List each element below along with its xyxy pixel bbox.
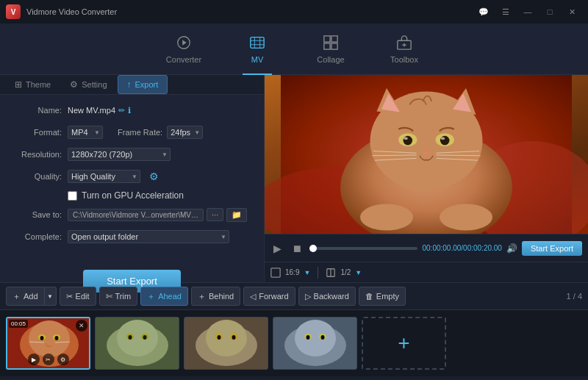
gpu-label: Turn on GPU Acceleration [82, 190, 184, 201]
left-panel: ⊞ Theme ⚙ Setting ↑ Export Name: New MV.… [0, 75, 265, 282]
resolution-select[interactable]: 1280x720 (720p)1920x1080 (1080p) [68, 148, 171, 161]
play-button[interactable]: ▶ [270, 241, 284, 256]
thumbnail-1[interactable]: 00:05 ✕ ▶ ✂ ⚙ [6, 317, 90, 370]
svg-rect-3 [324, 35, 330, 41]
behind-button[interactable]: ＋ Behind [191, 287, 240, 306]
quality-row: Quality: High QualityMedium Quality ⚙ [9, 168, 255, 184]
progress-bar[interactable] [309, 247, 417, 250]
time-display: 00:00:00.00/00:00:20.00 [422, 244, 501, 252]
thumb-1-settings-icon[interactable]: ⚙ [57, 354, 69, 365]
scale-icon [326, 268, 336, 278]
sub-tab-export-label: Export [135, 80, 159, 89]
tab-toolbox[interactable]: Toolbox [368, 24, 441, 75]
sub-tab-export[interactable]: ↑ Export [118, 75, 168, 94]
minimize-button[interactable]: — [517, 4, 538, 19]
tab-converter[interactable]: Converter [147, 24, 220, 75]
quality-select[interactable]: High QualityMedium Quality [68, 170, 140, 183]
backward-icon: ▷ [305, 292, 311, 301]
quality-settings-icon[interactable]: ⚙ [149, 171, 159, 182]
thumbnail-3[interactable] [184, 317, 268, 370]
svg-point-33 [440, 204, 492, 231]
sub-tab-setting[interactable]: ⚙ Setting [61, 75, 115, 94]
trim-button[interactable]: ✄ Trim [99, 287, 138, 306]
svg-point-58 [218, 335, 221, 340]
menu-button[interactable]: ☰ [495, 4, 516, 19]
thumbnail-4[interactable] [273, 317, 357, 370]
app-title: Vidmore Video Converter [26, 7, 117, 16]
maximize-button[interactable]: □ [539, 4, 560, 19]
sub-tab-theme[interactable]: ⊞ Theme [6, 75, 60, 94]
format-label: Format: [9, 128, 62, 137]
complete-select[interactable]: Open output folderDo nothing [68, 230, 229, 243]
close-button[interactable]: ✕ [562, 4, 582, 19]
sub-tabs: ⊞ Theme ⚙ Setting ↑ Export [0, 75, 264, 95]
complete-label: Complete: [9, 232, 62, 241]
edit-name-icon[interactable]: ✏ [118, 106, 125, 115]
toolbox-icon [396, 35, 412, 51]
frame-rate-label: Frame Rate: [118, 128, 162, 137]
svg-point-62 [295, 320, 336, 356]
chat-button[interactable]: 💬 [473, 4, 494, 19]
name-row: Name: New MV.mp4 ✏ ℹ [9, 102, 255, 118]
add-button[interactable]: ＋ Add [6, 287, 45, 306]
volume-icon[interactable]: 🔊 [506, 243, 517, 254]
stop-button[interactable]: ⏹ [289, 241, 305, 256]
tab-mv[interactable]: MV [220, 24, 294, 75]
svg-point-52 [143, 335, 147, 340]
tab-collage[interactable]: Collage [294, 24, 368, 75]
video-preview [265, 75, 588, 234]
svg-rect-4 [331, 35, 337, 41]
thumb-1-play-icon[interactable]: ▶ [28, 354, 40, 365]
mv-icon [249, 35, 265, 51]
name-value: New MV.mp4 ✏ ℹ [68, 106, 131, 115]
forward-icon: ◁ [250, 292, 256, 301]
thumb-cat-3 [184, 318, 268, 370]
svg-point-24 [441, 137, 445, 140]
open-folder-button[interactable]: 📁 [226, 208, 247, 222]
scale-value[interactable]: 1/2 [340, 268, 351, 276]
complete-select-wrapper: Open output folderDo nothing [68, 230, 229, 243]
svg-point-32 [360, 204, 413, 231]
theme-icon: ⊞ [15, 79, 22, 90]
scale-chevron-icon[interactable]: ▼ [355, 269, 362, 276]
ahead-button[interactable]: ＋ Ahead [140, 287, 188, 306]
svg-rect-6 [331, 43, 337, 49]
sub-tab-theme-label: Theme [26, 80, 51, 89]
browse-dots-button[interactable]: ··· [207, 208, 223, 221]
frame-rate-select[interactable]: 24fps30fps60fps [167, 126, 203, 139]
thumb-1-cut-icon[interactable]: ✂ [43, 354, 54, 365]
thumbnail-2[interactable] [95, 317, 179, 370]
thumb-1-controls: ▶ ✂ ⚙ [28, 354, 69, 365]
collage-icon [323, 35, 339, 51]
svg-rect-34 [271, 268, 280, 276]
save-to-label: Save to: [9, 210, 62, 219]
svg-point-42 [40, 336, 44, 340]
edit-button[interactable]: ✂ Edit [60, 287, 96, 306]
sub-tab-setting-label: Setting [82, 80, 107, 89]
format-select[interactable]: MP4AVIMOV [68, 126, 103, 139]
aspect-ratio-bar: 16:9 ▼ 1/2 ▼ [265, 262, 588, 282]
info-name-icon[interactable]: ℹ [128, 106, 131, 115]
forward-button[interactable]: ◁ Forward [243, 287, 295, 306]
quality-select-wrapper: High QualityMedium Quality [68, 170, 140, 183]
add-media-button[interactable]: + [362, 317, 446, 370]
resolution-select-wrapper: 1280x720 (720p)1920x1080 (1080p) [68, 148, 171, 161]
add-arrow-button[interactable]: ▼ [45, 287, 57, 306]
empty-button[interactable]: 🗑 Empty [359, 287, 406, 306]
app-icon: V [6, 4, 21, 19]
player-controls: ▶ ⏹ 00:00:00.00/00:00:20.00 🔊 Start Expo… [265, 234, 588, 262]
svg-point-22 [440, 136, 450, 146]
backward-button[interactable]: ▷ Backward [298, 287, 356, 306]
add-button-group: ＋ Add ▼ [6, 287, 57, 306]
quality-label: Quality: [9, 172, 62, 181]
save-path-text: C:\Vidmore\Vidmore V...onverter\MV Expor… [68, 209, 204, 221]
frame-rate-group: Frame Rate: 24fps30fps60fps [118, 126, 203, 139]
time-total: 00:00:20.00 [463, 244, 502, 252]
gpu-checkbox[interactable] [68, 191, 77, 201]
aspect-chevron-icon[interactable]: ▼ [304, 269, 310, 276]
page-count: 1 / 4 [567, 292, 582, 301]
start-export-right-button[interactable]: Start Export [522, 241, 582, 256]
frame-rate-select-wrapper: 24fps30fps60fps [167, 126, 203, 139]
thumb-1-close[interactable]: ✕ [76, 320, 87, 331]
aspect-ratio-value[interactable]: 16:9 [285, 268, 299, 276]
